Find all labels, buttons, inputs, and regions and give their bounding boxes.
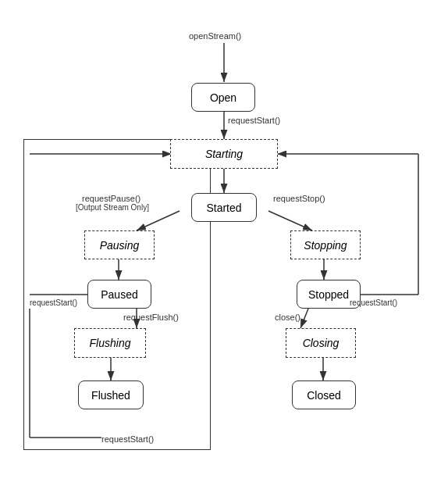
label-requeststart-1: requestStart() bbox=[228, 116, 280, 125]
label-requeststart-paused: requestStart() bbox=[30, 298, 77, 307]
label-requeststart-stopped: requestStart() bbox=[350, 298, 397, 307]
state-pausing: Pausing bbox=[84, 230, 155, 259]
state-paused: Paused bbox=[87, 280, 151, 309]
svg-line-14 bbox=[300, 309, 308, 328]
label-requestpause: requestPause() bbox=[82, 194, 140, 203]
state-stopping: Stopping bbox=[290, 230, 361, 259]
state-open: Open bbox=[191, 83, 255, 112]
state-diagram: openStream() Open requestStart() Startin… bbox=[0, 0, 448, 493]
state-flushed: Flushed bbox=[78, 380, 144, 409]
state-closed: Closed bbox=[292, 380, 356, 409]
svg-line-12 bbox=[268, 211, 312, 230]
label-requeststart-flushed: requestStart() bbox=[101, 434, 154, 444]
label-openstream: openStream() bbox=[189, 31, 241, 41]
state-flushing: Flushing bbox=[74, 328, 146, 358]
label-requeststop: requestStop() bbox=[273, 194, 325, 203]
state-closing: Closing bbox=[286, 328, 356, 358]
state-started: Started bbox=[191, 193, 257, 222]
label-requestflush: requestFlush() bbox=[123, 313, 179, 322]
label-close: close() bbox=[275, 313, 300, 322]
state-starting: Starting bbox=[170, 139, 278, 169]
label-outputstream: [Output Stream Only] bbox=[76, 203, 149, 212]
